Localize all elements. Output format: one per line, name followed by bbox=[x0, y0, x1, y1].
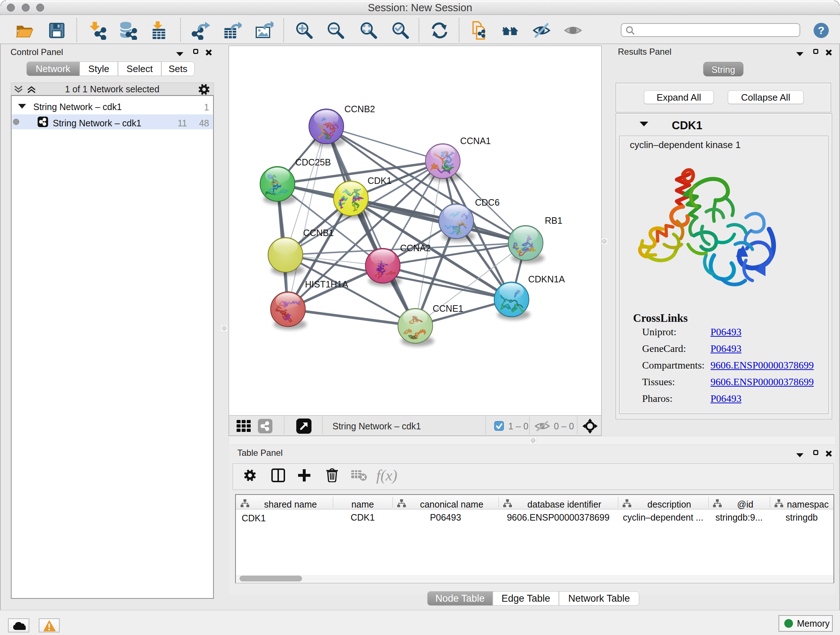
svg-text:HIST1H1A: HIST1H1A bbox=[305, 279, 348, 289]
svg-text:CCNE1: CCNE1 bbox=[433, 303, 463, 314]
svg-text:RB1: RB1 bbox=[545, 215, 562, 226]
svg-text:CCNA2: CCNA2 bbox=[400, 243, 431, 253]
svg-text:CCNA1: CCNA1 bbox=[460, 136, 491, 146]
svg-text:CDC6: CDC6 bbox=[475, 197, 500, 207]
svg-text:CDC25B: CDC25B bbox=[295, 157, 331, 167]
svg-text:CDK1: CDK1 bbox=[368, 176, 392, 186]
svg-text:CCNB2: CCNB2 bbox=[344, 104, 375, 114]
svg-text:CDKN1A: CDKN1A bbox=[528, 274, 565, 284]
svg-text:CCNB1: CCNB1 bbox=[303, 228, 334, 238]
